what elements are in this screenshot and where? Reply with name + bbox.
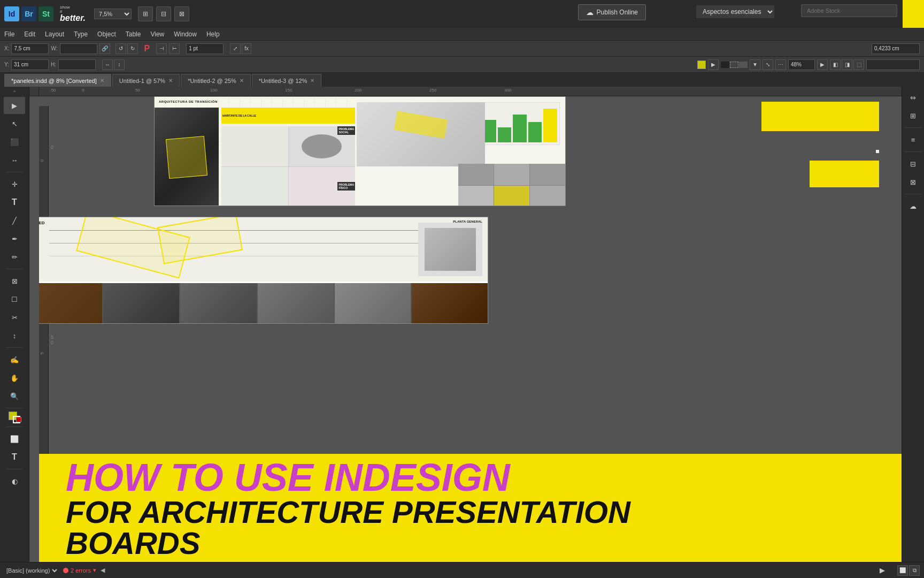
canvas-content[interactable]: 0 5 5 0 0 50 ARQUITECTURA DE TRANSICIÓN (39, 96, 902, 562)
status-right: ▶ ⬜ ⧉ (872, 562, 920, 579)
menu-object[interactable]: Object (97, 31, 116, 38)
fx-btn[interactable]: fx (242, 43, 251, 54)
publish-online-button[interactable]: ☁ Publish Online (578, 4, 646, 20)
tab-paneles-close[interactable]: ✕ (100, 78, 104, 83)
zoom-field[interactable] (872, 43, 920, 54)
right-panel-btn-4[interactable]: ⊟ (903, 155, 924, 172)
play-btn[interactable]: ▶ (872, 562, 893, 579)
indesign-icon[interactable]: Id (4, 6, 19, 21)
page1-title: ARQUITECTURA DE TRANSICIÓN (159, 100, 218, 103)
y-field[interactable] (11, 59, 49, 70)
text-tool[interactable]: T (4, 194, 25, 211)
workspace-select[interactable]: Aspectos esenciales (696, 5, 774, 18)
right-panel: ⇔ ⊞ ≡ ⊟ ⊠ ☁ (902, 87, 924, 562)
extra-field[interactable] (866, 59, 920, 70)
pages-btn[interactable]: ⊠ (174, 6, 189, 21)
hand-tool[interactable]: ✋ (4, 369, 25, 386)
text-icon: T (12, 197, 17, 207)
white-dot (876, 150, 879, 153)
eyedropper-tool[interactable]: ✍ (4, 351, 25, 368)
right-panel-btn-5[interactable]: ⊠ (903, 173, 924, 191)
transform-tool[interactable]: ↕ (4, 327, 25, 344)
panel-collapse-btn[interactable]: « (13, 89, 16, 94)
rectangle-tool[interactable]: ☐ (4, 291, 25, 308)
content-collector[interactable]: ✛ (4, 176, 25, 193)
zoom-play-btn[interactable]: ▶ (817, 59, 828, 70)
stroke-field[interactable] (186, 43, 224, 54)
zoom-tool[interactable]: 🔍 (4, 387, 25, 405)
appearance-btn[interactable]: ◐ (4, 473, 25, 490)
right-panel-btn-3[interactable]: ≡ (903, 131, 924, 148)
stock-icon[interactable]: St (38, 6, 53, 21)
adobe-stock-search[interactable] (801, 4, 897, 17)
menu-file[interactable]: File (4, 31, 14, 38)
appearance-icon: ◐ (12, 477, 18, 485)
canvas-area[interactable]: -50 0 50 100 150 200 250 300 0 5 5 0 0 5… (29, 87, 902, 562)
menu-window[interactable]: Window (174, 31, 197, 38)
creative-cloud-btn[interactable]: ☁ (903, 197, 924, 215)
rotate-ccw-btn[interactable]: ↺ (116, 43, 126, 54)
top-bar: Id Br St show it better. 7,5% 25% 50% 10… (0, 0, 924, 28)
flip-v-btn[interactable]: ↕ (114, 59, 125, 70)
collapse-btn[interactable]: ◀ (101, 567, 105, 574)
direct-select-tool[interactable]: ↖ (4, 115, 25, 132)
zoom-pct-field[interactable] (788, 59, 815, 70)
zoom-select[interactable]: 7,5% 25% 50% 100% (94, 9, 132, 19)
more-btn[interactable]: ⋯ (775, 59, 786, 70)
right-panel-btn-1[interactable]: ⇔ (903, 89, 924, 106)
w-field[interactable] (60, 43, 97, 54)
frame-type-rect[interactable]: ⬜ (4, 430, 25, 447)
menu-edit[interactable]: Edit (24, 31, 35, 38)
tab-untitled1[interactable]: Untitled-1 @ 57% ✕ (112, 74, 180, 87)
expand-btn[interactable]: ⤢ (230, 43, 241, 54)
rectangle-frame-tool[interactable]: ⊠ (4, 272, 25, 290)
tab-untitled3[interactable]: *Untitled-3 @ 12% ✕ (252, 74, 322, 87)
tab-untitled2-close[interactable]: ✕ (240, 78, 244, 83)
align-right-btn[interactable]: ⊢ (169, 43, 180, 54)
style-select[interactable]: [Basic] (working) (4, 567, 59, 574)
layout-btn[interactable]: ⊟ (156, 6, 171, 21)
error-status[interactable]: 2 errors ▾ (63, 567, 96, 574)
stroke-style-dashed[interactable] (730, 62, 738, 68)
tab-untitled3-close[interactable]: ✕ (310, 78, 314, 83)
view-split-btn[interactable]: ⧉ (909, 565, 920, 576)
select-tool[interactable]: ▶ (4, 97, 25, 114)
page-tool[interactable]: ⬛ (4, 133, 25, 150)
tab-untitled1-close[interactable]: ✕ (168, 78, 173, 83)
panel-grid (221, 126, 355, 206)
right-panel-btn-2[interactable]: ⊞ (903, 107, 924, 124)
stroke-color-btn[interactable]: ▶ (708, 59, 719, 70)
view-normal-btn[interactable]: ⬜ (897, 565, 908, 576)
menu-layout[interactable]: Layout (45, 31, 64, 38)
view-options-2[interactable]: ◨ (842, 59, 852, 70)
bridge-icon[interactable]: Br (21, 6, 36, 21)
view-options-1[interactable]: ◧ (830, 59, 841, 70)
frame-fitting-btn[interactable]: ⤡ (763, 59, 773, 70)
rotate-cw-btn[interactable]: ↻ (127, 43, 138, 54)
flip-h-btn[interactable]: ↔ (102, 59, 113, 70)
stroke-style-other[interactable] (739, 62, 748, 68)
stroke-style-solid[interactable] (721, 62, 729, 68)
pen-tool[interactable]: ✒ (4, 230, 25, 247)
vertical-text-tool[interactable]: T (4, 448, 25, 466)
stroke-dropdown-btn[interactable]: ▼ (750, 59, 760, 70)
view-options-3[interactable]: ⬚ (853, 59, 864, 70)
pencil-tool[interactable]: ✏ (4, 248, 25, 265)
fill-stroke-controls[interactable] (9, 412, 20, 423)
align-left-btn[interactable]: ⊣ (156, 43, 167, 54)
line-tool[interactable]: ╱ (4, 212, 25, 229)
menu-table[interactable]: Table (126, 31, 141, 38)
fill-color-swatch[interactable] (697, 60, 706, 69)
scissors-icon: ✂ (12, 314, 18, 322)
menu-type[interactable]: Type (74, 31, 88, 38)
link-wh-btn[interactable]: 🔗 (99, 43, 110, 54)
h-field[interactable] (58, 59, 96, 70)
menu-view[interactable]: View (150, 31, 164, 38)
arrange-btn[interactable]: ⊞ (138, 6, 153, 21)
menu-help[interactable]: Help (206, 31, 220, 38)
x-field[interactable] (11, 43, 49, 54)
gap-tool[interactable]: ↔ (4, 151, 25, 169)
tab-paneles[interactable]: *paneles.indd @ 8% [Converted] ✕ (4, 74, 111, 87)
tab-untitled2[interactable]: *Untitled-2 @ 25% ✕ (181, 74, 251, 87)
scissors-tool[interactable]: ✂ (4, 309, 25, 326)
